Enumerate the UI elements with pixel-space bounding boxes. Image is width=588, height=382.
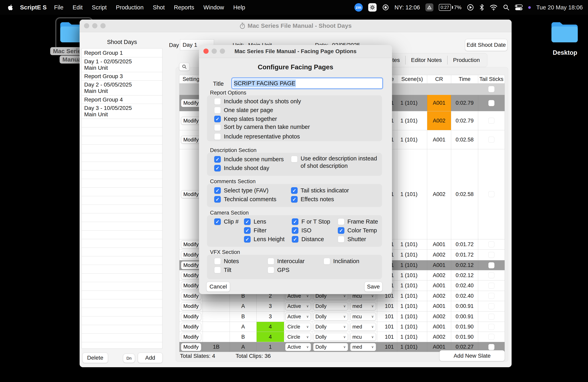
checkbox-option[interactable]: ✓Tilt bbox=[214, 266, 264, 274]
checkbox-option[interactable]: ✓Interocular bbox=[268, 257, 322, 266]
checkbox-option[interactable]: ✓F or T Stop bbox=[292, 217, 337, 226]
checkbox-option[interactable]: ✓Clip # bbox=[214, 217, 242, 226]
wifi-icon[interactable] bbox=[490, 4, 498, 11]
zoom-button[interactable] bbox=[100, 23, 105, 28]
table-row[interactable]: ModifyB3Active∨Dolly∨mcu∨1011 (101)A0020… bbox=[179, 311, 504, 322]
triangle-app-icon[interactable] bbox=[425, 3, 433, 11]
sidebar-item[interactable]: Report Group 3 bbox=[82, 72, 162, 80]
dialog-zoom-button[interactable] bbox=[220, 49, 225, 54]
modify-button[interactable]: Modify bbox=[181, 261, 201, 269]
checkbox-checked[interactable]: ✓ bbox=[244, 218, 251, 225]
checkbox-option[interactable]: ✓Shutter bbox=[338, 235, 380, 244]
checkbox-option[interactable]: ✓Include representative photos bbox=[214, 132, 374, 141]
checkbox-option[interactable]: ✓Frame Rate bbox=[338, 217, 380, 226]
tail-sticks-checkbox[interactable] bbox=[488, 314, 494, 320]
checkbox-option[interactable]: ✓Lens bbox=[244, 217, 290, 226]
battery-indicator[interactable]: 0:27 7% bbox=[439, 4, 462, 11]
checkbox-checked[interactable]: ✓ bbox=[244, 236, 251, 243]
checkbox-checked[interactable]: ✓ bbox=[244, 227, 251, 234]
status-select[interactable]: Active∨ bbox=[285, 343, 311, 351]
sidebar-item[interactable]: Report Group 4 bbox=[82, 96, 162, 104]
tail-sticks-checkbox[interactable] bbox=[488, 324, 494, 330]
sidebar-item[interactable]: Day 2 - 05/05/2025Main Unit bbox=[82, 80, 162, 96]
table-row[interactable]: ModifyA4Circle∨Dolly∨med∨1011 (101)A0010… bbox=[179, 322, 504, 332]
checkbox-unchecked[interactable]: ✓ bbox=[268, 267, 274, 273]
movement-select[interactable]: Dolly∨ bbox=[313, 333, 348, 341]
checkbox-unchecked[interactable]: ✓ bbox=[268, 258, 274, 265]
checkbox-option[interactable]: ✓Color Temp bbox=[338, 226, 380, 235]
modify-button[interactable]: Modify bbox=[181, 190, 201, 198]
checkbox-checked[interactable]: ✓ bbox=[214, 218, 221, 225]
menu-item-reports[interactable]: Reports bbox=[169, 4, 199, 11]
record-icon[interactable] bbox=[382, 4, 389, 11]
checkbox-option[interactable]: ✓Include scene numbers bbox=[214, 155, 286, 164]
minimize-button[interactable] bbox=[92, 23, 97, 28]
control-center-icon[interactable] bbox=[515, 4, 523, 11]
checkbox-option[interactable]: ✓Technical comments bbox=[214, 195, 286, 204]
checkbox-option[interactable]: ✓Sort by camera then take number bbox=[214, 123, 374, 132]
sidebar-item[interactable]: Report Group 1 bbox=[82, 49, 162, 57]
apple-menu-icon[interactable] bbox=[8, 4, 13, 11]
checkbox-option[interactable]: ✓Effects notes bbox=[291, 195, 382, 204]
menu-item-production[interactable]: Production bbox=[111, 4, 148, 11]
checkbox-checked[interactable]: ✓ bbox=[214, 116, 221, 122]
modify-button[interactable]: Modify bbox=[181, 271, 201, 279]
checkbox-option[interactable]: ✓Select type (FAV) bbox=[214, 186, 286, 195]
modify-button[interactable]: Modify bbox=[181, 240, 201, 248]
checkbox-checked[interactable]: ✓ bbox=[291, 187, 298, 194]
close-button[interactable] bbox=[84, 23, 89, 28]
checkbox-checked[interactable]: ✓ bbox=[292, 218, 298, 225]
checkbox-checked[interactable]: ✓ bbox=[338, 227, 344, 234]
checkbox-unchecked[interactable]: ✓ bbox=[214, 98, 221, 105]
menu-item-script[interactable]: Script bbox=[87, 4, 111, 11]
size-select[interactable]: med∨ bbox=[350, 302, 376, 310]
spotlight-search-icon[interactable] bbox=[503, 4, 509, 11]
menu-item-edit[interactable]: Edit bbox=[68, 4, 87, 11]
checkbox-option[interactable]: ✓ISO bbox=[292, 226, 337, 235]
checkbox-unchecked[interactable]: ✓ bbox=[291, 156, 298, 162]
checkbox-unchecked[interactable]: ✓ bbox=[214, 107, 221, 114]
checkbox-option[interactable]: ✓Use editor description instead of shot … bbox=[291, 155, 382, 170]
title-input[interactable]: SCRIPT FACING PAGE bbox=[232, 78, 382, 89]
checkbox-checked[interactable]: ✓ bbox=[214, 187, 221, 194]
edit-shoot-date-button[interactable]: Edit Shoot Date bbox=[465, 39, 507, 51]
modify-button[interactable]: Modify bbox=[181, 302, 201, 310]
dialog-minimize-button[interactable] bbox=[211, 49, 217, 54]
checkbox-unchecked[interactable]: ✓ bbox=[214, 258, 221, 265]
cancel-button[interactable]: Cancel bbox=[206, 282, 230, 292]
checkbox-option[interactable]: ✓Lens Height bbox=[244, 235, 290, 244]
play-icon[interactable] bbox=[467, 4, 474, 11]
menu-item-help[interactable]: Help bbox=[229, 4, 250, 11]
modify-button[interactable]: Modify bbox=[181, 136, 201, 144]
modify-button[interactable]: Modify bbox=[181, 313, 201, 321]
checkbox-checked[interactable]: ✓ bbox=[214, 156, 221, 163]
checkbox-checked[interactable]: ✓ bbox=[292, 227, 298, 234]
tail-sticks-checkbox[interactable] bbox=[488, 252, 494, 258]
checkbox-option[interactable]: ✓Notes bbox=[214, 257, 264, 266]
tail-sticks-checkbox[interactable] bbox=[488, 191, 494, 197]
status-select[interactable]: Circle∨ bbox=[285, 333, 311, 341]
movement-select[interactable]: Dolly∨ bbox=[313, 323, 348, 331]
sidebar-item[interactable]: Day 1 - 02/05/2025Main Unit bbox=[82, 57, 162, 72]
tail-sticks-checkbox[interactable] bbox=[488, 262, 494, 268]
save-button[interactable]: Save bbox=[364, 282, 382, 292]
burst-app-icon[interactable] bbox=[368, 3, 377, 12]
checkbox-unchecked[interactable]: ✓ bbox=[214, 124, 221, 131]
modify-button[interactable]: Modify bbox=[181, 282, 201, 290]
status-ny-time[interactable]: NY: 12:06 bbox=[395, 4, 420, 11]
size-select[interactable]: med∨ bbox=[350, 343, 376, 351]
menu-app-name[interactable]: ScriptE S bbox=[20, 4, 47, 11]
menu-item-window[interactable]: Window bbox=[199, 4, 229, 11]
movement-select[interactable]: Dolly∨ bbox=[313, 302, 348, 310]
modify-button[interactable]: Modify bbox=[181, 333, 201, 341]
modify-button[interactable]: Modify bbox=[181, 117, 201, 125]
tail-sticks-checkbox[interactable] bbox=[488, 303, 494, 309]
checkbox-checked[interactable]: ✓ bbox=[291, 196, 298, 203]
size-select[interactable]: med∨ bbox=[350, 323, 376, 331]
checkbox-option[interactable]: ✓Keep slates together bbox=[214, 115, 374, 123]
tab-editor-notes[interactable]: Editor Notes bbox=[405, 56, 447, 65]
checkbox-unchecked[interactable]: ✓ bbox=[338, 218, 344, 225]
add-new-slate-button[interactable]: Add New Slate bbox=[440, 350, 505, 361]
checkbox-unchecked[interactable]: ✓ bbox=[338, 236, 344, 243]
tail-sticks-checkbox[interactable] bbox=[488, 293, 494, 299]
